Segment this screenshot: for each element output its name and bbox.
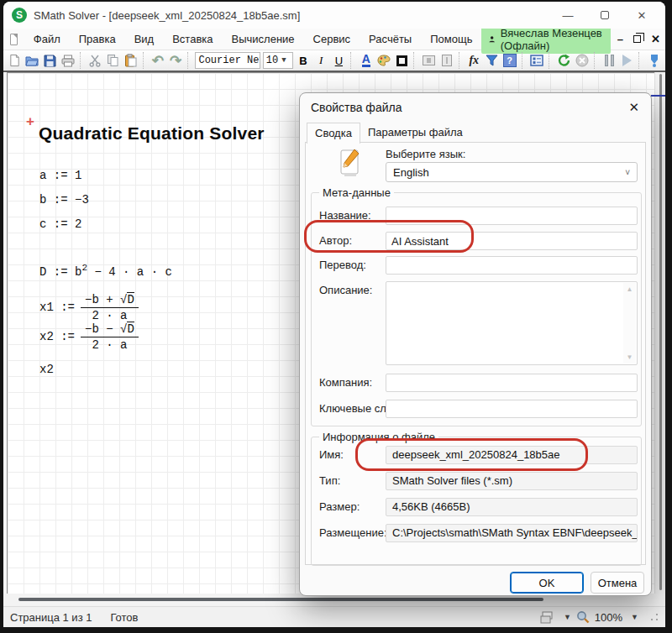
menu-calculation[interactable]: Вычисление [223, 30, 304, 48]
resize-grip[interactable] [650, 613, 659, 621]
horizontal-scrollbar-thumb[interactable] [18, 598, 543, 601]
app-window: S SMath Solver - [deepseek_xml_20250824_… [3, 2, 665, 627]
print-button[interactable] [60, 51, 76, 70]
dialog-title: Свойства файла [311, 101, 402, 114]
company-field-input[interactable] [386, 374, 638, 392]
paste-button[interactable] [123, 51, 138, 70]
background-color-button[interactable] [376, 51, 391, 70]
company-field-label: Компания: [319, 376, 372, 389]
tab-file-parameters[interactable]: Параметры файла [360, 123, 470, 144]
file-properties-dialog: Свойства файла ✕ Сводка Параметры файла … [299, 92, 652, 596]
options-button[interactable] [529, 51, 544, 70]
font-family-select[interactable]: Courier Nev▼ [195, 52, 260, 69]
step-button[interactable] [647, 51, 662, 70]
math-region-b[interactable]: b := −3 [39, 193, 89, 207]
vertical-scrollbar[interactable] [654, 72, 665, 594]
language-select[interactable]: English ˅ [386, 162, 638, 182]
italic-button[interactable]: I [313, 51, 328, 70]
mdi-minimize-button[interactable]: – [617, 33, 623, 45]
menu-tools[interactable]: Сервис [304, 30, 360, 48]
zoom-magnifier-icon[interactable] [576, 610, 590, 624]
menu-file[interactable]: Файл [24, 30, 70, 48]
mdi-restore-button[interactable] [633, 35, 641, 43]
math-region-x2-eval[interactable]: x2 [39, 363, 54, 376]
cancel-button[interactable]: Отмена [591, 572, 644, 594]
menu-insert[interactable]: Вставка [163, 30, 222, 48]
toolbar-separator [350, 52, 354, 69]
math-x2-denominator: 2 · a [92, 337, 127, 352]
title-field-label: Название: [319, 209, 371, 222]
math-region-x2[interactable]: x2 :=−b − √D2 · a [39, 322, 139, 352]
tab-summary[interactable]: Сводка [307, 123, 360, 144]
chevron-down-icon[interactable]: ▼ [564, 613, 571, 621]
underline-button[interactable]: U [331, 51, 346, 70]
save-button[interactable] [42, 51, 57, 70]
zoom-level-label[interactable]: 100% [595, 611, 622, 624]
context-help-button[interactable]: ? [502, 51, 517, 70]
maximize-button[interactable] [586, 2, 623, 29]
align-vertical-button[interactable] [439, 51, 454, 70]
chevron-down-icon: ˅ [625, 168, 630, 177]
step-down-arrow-icon [649, 54, 659, 67]
ok-button[interactable]: OK [510, 572, 584, 594]
keywords-field-input[interactable] [386, 400, 638, 418]
description-field-textarea[interactable]: ▲ ▼ [386, 281, 638, 365]
math-d-base: D := b [39, 265, 81, 279]
font-color-button[interactable]: A [359, 51, 374, 70]
open-file-button[interactable] [24, 51, 39, 70]
scroll-down-icon[interactable]: ▼ [627, 353, 633, 361]
cut-button[interactable] [87, 51, 102, 70]
math-region-x1[interactable]: x1 :=−b + √D2 · a [39, 293, 139, 322]
new-file-button[interactable] [7, 51, 22, 70]
math-x2-radicand: D [127, 322, 134, 336]
author-field-input[interactable] [386, 232, 638, 250]
worksheet-heading[interactable]: Quadratic Equation Solver [39, 123, 265, 144]
user-account-badge[interactable]: Вячеслав Мезенцев (Офлайн) [481, 25, 610, 54]
undo-button[interactable]: ↶ [150, 51, 165, 70]
math-x1-denominator: 2 · a [92, 308, 127, 322]
file-name-value: deepseek_xml_20250824_18b5ae [386, 446, 638, 464]
border-button[interactable] [394, 51, 409, 70]
status-bar: Страница 1 из 1 Готов ▼ 100% ▼ [3, 606, 665, 627]
align-vertical-icon [442, 55, 452, 66]
vertical-scrollbar-thumb[interactable] [659, 74, 662, 590]
language-value: English [393, 166, 429, 179]
minimize-button[interactable]: — [549, 2, 586, 29]
menu-help[interactable]: Помощь [421, 30, 481, 48]
translation-field-input[interactable] [386, 256, 638, 275]
document-icon [10, 34, 18, 45]
title-field-input[interactable] [386, 207, 638, 225]
recalculate-button[interactable] [556, 51, 571, 70]
stop-button[interactable] [575, 51, 590, 70]
status-page-label: Страница 1 из 1 [10, 611, 92, 624]
insert-function-button[interactable]: fx [466, 51, 481, 70]
pause-button[interactable] [601, 51, 617, 70]
math-region-discriminant[interactable]: D := b2 − 4 · a · c [39, 263, 172, 279]
math-region-c[interactable]: c := 2 [39, 217, 81, 231]
copy-button[interactable] [105, 51, 120, 70]
menu-edit[interactable]: Правка [70, 30, 125, 48]
font-size-select[interactable]: 10▼ [263, 52, 293, 69]
filter-button[interactable] [484, 51, 499, 70]
bold-button[interactable]: B [296, 51, 311, 70]
toolbar-separator [522, 52, 525, 69]
file-location-label: Размещение: [319, 526, 387, 539]
page-layout-icon[interactable] [540, 611, 555, 624]
math-region-a[interactable]: a := 1 [39, 169, 81, 182]
textarea-scrollbar[interactable]: ▲ ▼ [623, 283, 636, 364]
paste-clipboard-icon [124, 54, 137, 67]
dialog-close-button[interactable]: ✕ [628, 100, 639, 115]
align-horizontal-button[interactable] [422, 51, 437, 70]
mdi-close-button[interactable]: ✕ [651, 33, 660, 45]
scroll-up-icon[interactable]: ▲ [627, 285, 633, 293]
close-button[interactable]: ✕ [623, 2, 660, 29]
play-icon [622, 55, 632, 66]
redo-icon: ↷ [170, 54, 181, 68]
menu-worksheets[interactable]: Расчёты [360, 30, 421, 48]
metadata-group-label: Мета-данные [319, 186, 394, 199]
chevron-down-icon[interactable]: ▼ [631, 613, 638, 621]
menu-view[interactable]: Вид [125, 30, 164, 48]
redo-button[interactable]: ↷ [168, 51, 183, 70]
translation-field-label: Перевод: [319, 259, 366, 271]
play-button[interactable] [619, 51, 634, 70]
